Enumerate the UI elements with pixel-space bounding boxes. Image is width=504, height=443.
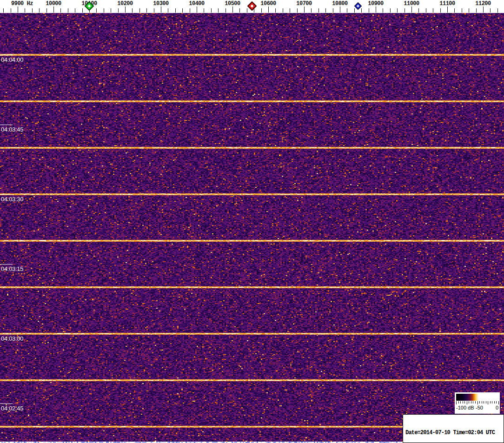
freq-major-tick (161, 7, 161, 13)
freq-major-tick (304, 7, 305, 13)
time-tick (0, 334, 13, 334)
freq-minor-tick (204, 8, 204, 13)
time-label: 04:03:45 (1, 126, 23, 133)
legend-tick (456, 401, 457, 404)
freq-minor-tick (297, 8, 298, 13)
freq-major-tick (340, 7, 340, 13)
time-tick (0, 194, 13, 195)
legend-tick (498, 401, 499, 404)
freq-minor-tick (497, 8, 498, 13)
freq-minor-tick (168, 8, 168, 13)
freq-minor-tick (154, 8, 154, 13)
freq-label: 11000 (404, 0, 419, 7)
freq-label: 10200 (117, 0, 133, 7)
freq-label: 10400 (189, 0, 205, 7)
freq-minor-tick (426, 8, 426, 13)
freq-major-tick (18, 7, 18, 13)
freq-minor-tick (225, 8, 226, 13)
db-min-label: -100 dB (456, 405, 474, 410)
legend-tick (458, 401, 459, 403)
freq-major-tick (125, 7, 126, 13)
freq-minor-tick (139, 8, 140, 13)
freq-major-tick (232, 7, 233, 13)
legend-tick (492, 401, 492, 403)
freq-minor-tick (111, 8, 111, 13)
freq-minor-tick (454, 8, 455, 13)
db-max-label: 0 (496, 405, 498, 410)
freq-label: 10800 (332, 0, 348, 7)
freq-minor-tick (32, 8, 33, 13)
freq-minor-tick (60, 8, 61, 13)
legend-tick (473, 401, 473, 403)
green-freq-marker-icon[interactable] (85, 1, 94, 13)
freq-minor-tick (397, 8, 398, 13)
time-label: 04:04:00 (1, 56, 23, 63)
freq-minor-tick (218, 8, 219, 13)
spectrogram-window: 9900 Hz100001010010200103001040010500106… (0, 0, 504, 443)
db-mid-label: -50 (476, 405, 483, 410)
freq-major-tick (411, 7, 412, 13)
freq-label: 11200 (475, 0, 491, 7)
freq-minor-tick (3, 8, 4, 13)
freq-minor-tick (104, 8, 104, 13)
time-label: 04:03:30 (1, 196, 23, 203)
freq-major-tick (376, 7, 376, 13)
freq-minor-tick (469, 8, 469, 13)
freq-minor-tick (75, 8, 75, 13)
freq-minor-tick (433, 8, 433, 13)
freq-minor-tick (490, 8, 491, 13)
freq-minor-tick (182, 8, 183, 13)
freq-minor-tick (146, 8, 147, 13)
freq-minor-tick (25, 8, 25, 13)
color-scale-ticks (456, 401, 499, 405)
freq-minor-tick (325, 8, 326, 13)
freq-minor-tick (347, 8, 347, 13)
legend-tick (467, 401, 467, 404)
legend-tick (496, 401, 497, 403)
legend-tick (486, 401, 486, 403)
freq-label: 10700 (296, 0, 312, 7)
freq-major-tick (268, 7, 269, 13)
db-color-scale: -100 dB -50 0 (455, 392, 500, 414)
freq-minor-tick (39, 8, 40, 13)
red-freq-marker-icon[interactable] (247, 1, 257, 13)
freq-minor-tick (369, 8, 369, 13)
legend-tick (475, 401, 476, 403)
freq-label: 9900 Hz (11, 0, 33, 7)
freq-minor-tick (440, 8, 441, 13)
freq-minor-tick (311, 8, 312, 13)
freq-minor-tick (333, 8, 333, 13)
legend-tick (494, 401, 495, 403)
freq-major-tick (53, 7, 54, 13)
legend-tick (464, 401, 465, 403)
freq-minor-tick (118, 8, 119, 13)
time-label: 04:02:45 (1, 405, 23, 412)
freq-minor-tick (211, 8, 212, 13)
legend-tick (460, 401, 461, 403)
freq-label: 10900 (368, 0, 384, 7)
color-gradient-bar (456, 394, 498, 401)
blue-freq-marker-icon[interactable] (354, 2, 362, 12)
freq-major-tick (197, 7, 197, 13)
freq-minor-tick (275, 8, 276, 13)
time-tick (0, 55, 13, 55)
freq-major-tick (483, 7, 484, 13)
legend-tick (488, 401, 488, 404)
freq-minor-tick (462, 8, 462, 13)
freq-minor-tick (418, 8, 419, 13)
color-scale-labels: -100 dB -50 0 (456, 405, 498, 412)
freq-minor-tick (318, 8, 319, 13)
freq-minor-tick (190, 8, 190, 13)
freq-minor-tick (132, 8, 133, 13)
freq-minor-tick (82, 8, 83, 13)
freq-label: 10300 (153, 0, 169, 7)
freq-minor-tick (239, 8, 240, 13)
freq-minor-tick (390, 8, 391, 13)
legend-tick (482, 401, 482, 403)
legend-tick (490, 401, 491, 403)
legend-tick (479, 401, 480, 403)
legend-tick (477, 401, 478, 404)
observation-info-box: Date=2014-07-10 Time=02:04 UTC Freq=143 … (403, 414, 504, 443)
waterfall-spectrogram (0, 13, 504, 443)
time-tick (0, 264, 13, 264)
